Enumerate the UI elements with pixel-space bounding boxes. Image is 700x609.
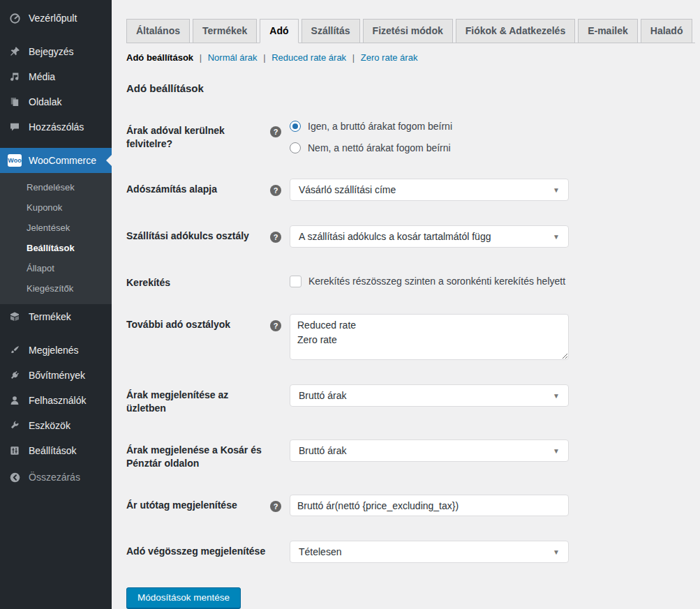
sidebar-item-woocommerce[interactable]: Woo WooCommerce xyxy=(0,148,112,173)
pages-icon xyxy=(8,95,22,109)
tab-emails[interactable]: E-mailek xyxy=(578,19,638,43)
radio-option-prices-inclusive[interactable]: Igen, a bruttó árakat fogom beírni xyxy=(290,120,569,133)
settings-content: Általános Termékek Adó Szállítás Fizetés… xyxy=(112,0,700,609)
sidebar-item-label: Bővítmények xyxy=(29,369,85,382)
tax-section-subnav: Adó beállítások | Normál árak | Reduced … xyxy=(126,52,695,63)
radio-checked-icon xyxy=(290,121,301,132)
field-label: Árak megjelenése a Kosár és Pénztár olda… xyxy=(126,439,270,470)
form-row-tax-based-on: Adószámítás alapja ? Vásárló szállítási … xyxy=(126,179,695,201)
submenu-item-reports[interactable]: Jelentések xyxy=(0,218,112,238)
radio-unchecked-icon xyxy=(290,142,301,153)
sidebar-item-label: Megjelenés xyxy=(29,344,79,356)
price-suffix-input[interactable] xyxy=(290,495,569,516)
wordpress-admin: Vezérlőpult Bejegyzés Média Oldalak xyxy=(0,0,700,609)
chevron-down-icon: ▼ xyxy=(553,548,560,556)
subnav-item-standard-rates[interactable]: Normál árak xyxy=(208,52,258,63)
rounding-checkbox-option[interactable]: Kerekítés részösszeg szinten a soronként… xyxy=(290,272,569,287)
chevron-down-icon: ▼ xyxy=(553,447,560,455)
tab-products[interactable]: Termékek xyxy=(193,19,257,43)
sidebar-item-posts[interactable]: Bejegyzés xyxy=(0,39,112,64)
sidebar-item-dashboard[interactable]: Vezérlőpult xyxy=(0,6,112,31)
admin-sidebar: Vezérlőpult Bejegyzés Média Oldalak xyxy=(0,0,112,609)
radio-option-label: Nem, a nettó árakat fogom beírni xyxy=(308,142,451,154)
sidebar-item-label: Beállítások xyxy=(29,444,76,457)
submenu-item-coupons[interactable]: Kuponok xyxy=(0,197,112,218)
submenu-item-extensions[interactable]: Kiegészítők xyxy=(0,278,112,299)
tab-general[interactable]: Általános xyxy=(126,19,190,43)
tab-accounts-privacy[interactable]: Fiókok & Adatkezelés xyxy=(456,19,575,43)
display-prices-shop-select[interactable]: Bruttó árak ▼ xyxy=(290,384,569,407)
field-label: Adó végösszeg megjelenítése xyxy=(126,541,270,558)
tab-tax[interactable]: Adó xyxy=(260,19,298,43)
dashboard-icon xyxy=(8,11,22,25)
checkbox-unchecked-icon xyxy=(290,276,301,287)
field-label: Árak adóval kerülnek felvitelre? xyxy=(126,120,270,151)
help-icon[interactable]: ? xyxy=(270,185,281,196)
display-prices-cart-select[interactable]: Bruttó árak ▼ xyxy=(290,439,569,462)
subnav-item-reduced-rates[interactable]: Reduced rate árak xyxy=(271,52,346,63)
form-row-rounding: Kerekítés Kerekítés részösszeg szinten a… xyxy=(126,272,695,290)
tax-based-on-select[interactable]: Vásárló szállítási címe ▼ xyxy=(290,179,569,201)
tab-payments[interactable]: Fizetési módok xyxy=(363,19,453,43)
paintbrush-icon xyxy=(8,343,22,357)
form-row-prices-include-tax: Árak adóval kerülnek felvitelre? ? Igen,… xyxy=(126,120,695,154)
help-icon[interactable]: ? xyxy=(270,501,281,512)
help-icon[interactable]: ? xyxy=(270,320,281,331)
sidebar-collapse-button[interactable]: Összezárás xyxy=(0,465,112,490)
sidebar-item-label: Vezérlőpult xyxy=(29,12,77,24)
subnav-item-tax-options: Adó beállítások xyxy=(126,52,193,63)
sidebar-separator xyxy=(0,31,112,39)
field-label: Szállítási adókulcs osztály xyxy=(126,225,270,243)
sidebar-item-products[interactable]: Termékek xyxy=(0,304,112,329)
chevron-down-icon: ▼ xyxy=(553,186,560,194)
additional-tax-classes-textarea[interactable]: Reduced rate Zero rate xyxy=(290,314,569,360)
sidebar-item-appearance[interactable]: Megjelenés xyxy=(0,338,112,363)
help-icon[interactable]: ? xyxy=(270,232,281,243)
sidebar-item-label: Összezárás xyxy=(29,471,80,483)
sidebar-item-label: Eszközök xyxy=(29,419,70,432)
form-row-additional-tax-classes: További adó osztályok ? Reduced rate Zer… xyxy=(126,314,695,360)
sliders-icon xyxy=(8,444,22,458)
sidebar-item-media[interactable]: Média xyxy=(0,64,112,89)
plug-icon xyxy=(8,368,22,382)
form-row-display-prices-shop: Árak megjelenítése az üzletben Bruttó ár… xyxy=(126,384,695,415)
woocommerce-icon: Woo xyxy=(8,153,22,167)
shipping-tax-class-select[interactable]: A szállítási adókulcs a kosár tartalmátó… xyxy=(290,225,569,248)
form-row-tax-total-display: Adó végösszeg megjelenítése Tételesen ▼ xyxy=(126,541,695,563)
select-value: Tételesen xyxy=(299,546,341,557)
submenu-item-status[interactable]: Állapot xyxy=(0,258,112,278)
field-label: Kerekítés xyxy=(126,272,270,290)
help-icon[interactable]: ? xyxy=(270,126,281,137)
save-changes-button[interactable]: Módosítások mentése xyxy=(126,587,241,608)
tab-advanced[interactable]: Haladó xyxy=(641,19,693,43)
collapse-icon xyxy=(8,470,22,484)
radio-option-prices-exclusive[interactable]: Nem, a nettó árakat fogom beírni xyxy=(290,142,569,154)
sidebar-item-tools[interactable]: Eszközök xyxy=(0,413,112,438)
submenu-item-orders[interactable]: Rendelések xyxy=(0,177,112,197)
sidebar-separator xyxy=(0,329,112,338)
sidebar-item-label: Felhasználók xyxy=(29,394,87,407)
tab-shipping[interactable]: Szállítás xyxy=(301,19,360,43)
subnav-separator: | xyxy=(200,52,202,63)
sidebar-item-plugins[interactable]: Bővítmények xyxy=(0,363,112,388)
subnav-separator: | xyxy=(263,52,265,63)
tax-total-display-select[interactable]: Tételesen ▼ xyxy=(290,541,569,563)
field-label: Ár utótag megjelenítése xyxy=(126,495,270,512)
sidebar-item-pages[interactable]: Oldalak xyxy=(0,89,112,114)
sidebar-item-label: Média xyxy=(29,70,55,83)
sidebar-item-settings[interactable]: Beállítások xyxy=(0,438,112,463)
sidebar-item-label: Hozzászólás xyxy=(29,121,84,133)
radio-option-label: Igen, a bruttó árakat fogom beírni xyxy=(308,120,452,133)
sidebar-item-label: WooCommerce xyxy=(29,154,96,167)
user-icon xyxy=(8,393,22,407)
sidebar-item-users[interactable]: Felhasználók xyxy=(0,388,112,413)
woocommerce-submenu: Rendelések Kuponok Jelentések Beállításo… xyxy=(0,173,112,304)
subnav-item-zero-rates[interactable]: Zero rate árak xyxy=(361,52,418,63)
checkbox-option-label: Kerekítés részösszeg szinten a soronként… xyxy=(308,275,565,287)
select-value: Bruttó árak xyxy=(299,390,346,401)
submenu-item-settings[interactable]: Beállítások xyxy=(0,238,112,258)
sidebar-item-comments[interactable]: Hozzászólás xyxy=(0,114,112,140)
sidebar-item-label: Bejegyzés xyxy=(29,45,74,58)
select-value: Vásárló szállítási címe xyxy=(299,184,396,195)
subnav-separator: | xyxy=(352,52,355,63)
